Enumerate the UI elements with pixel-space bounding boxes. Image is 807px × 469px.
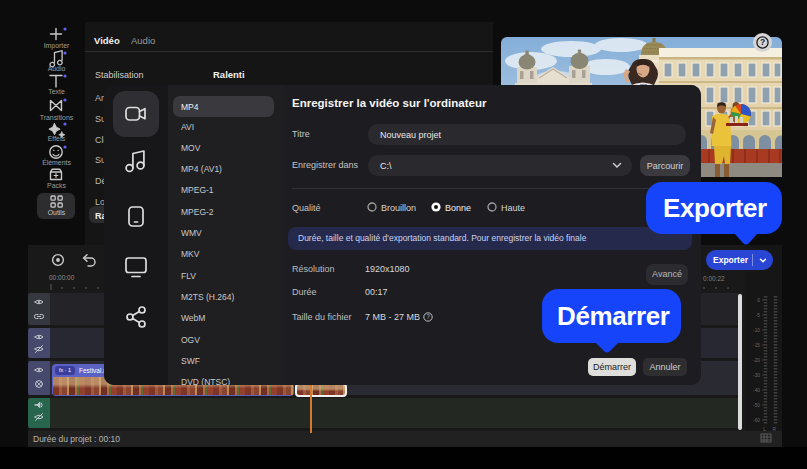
svg-text:R: R bbox=[773, 427, 777, 432]
svg-text:?: ? bbox=[760, 37, 765, 47]
svg-text:-15: -15 bbox=[753, 343, 760, 348]
svg-text:-10: -10 bbox=[753, 328, 760, 333]
svg-text:L: L bbox=[763, 427, 766, 432]
svg-text:0: 0 bbox=[757, 298, 760, 303]
svg-text:?: ? bbox=[426, 313, 430, 320]
svg-text:-60: -60 bbox=[753, 418, 760, 423]
svg-text:-30: -30 bbox=[753, 373, 760, 378]
svg-text:-5: -5 bbox=[756, 313, 761, 318]
svg-text:-40: -40 bbox=[753, 388, 760, 393]
svg-text:-20: -20 bbox=[753, 358, 760, 363]
svg-text:-50: -50 bbox=[753, 403, 760, 408]
